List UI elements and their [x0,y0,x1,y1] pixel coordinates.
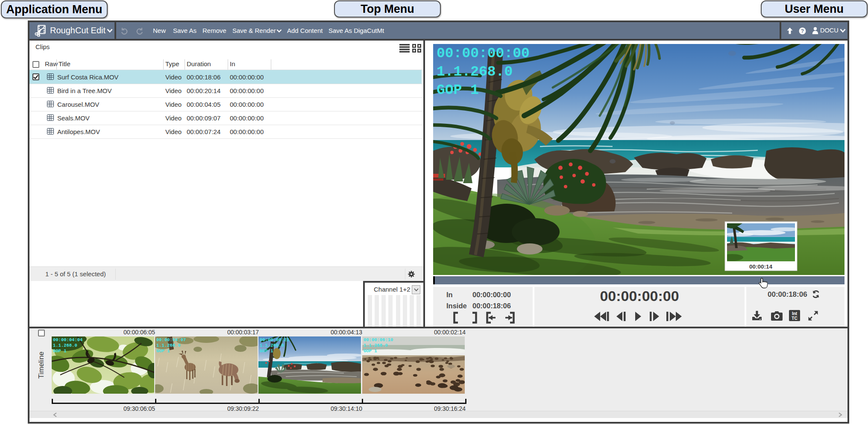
svg-text:00:00:14: 00:00:14 [749,263,773,270]
svg-text:1.1.268.0: 1.1.268.0 [364,343,388,348]
svg-text:00:00:04:04: 00:00:04:04 [53,337,82,342]
svg-text:Int: Int [792,311,798,316]
svg-text:00:00:04:07: 00:00:04:07 [156,337,186,342]
svg-text:00:00:00:21: 00:00:00:21 [260,337,289,342]
svg-text:GOP 1: GOP 1 [364,348,377,354]
svg-text:GOP 1: GOP 1 [437,82,479,98]
svg-text:GOP 1: GOP 1 [156,348,170,354]
svg-text:?: ? [801,28,804,34]
svg-text:1.1.268.0: 1.1.268.0 [53,343,77,348]
svg-text:GOP 1: GOP 1 [260,348,273,354]
svg-text:GOP 1: GOP 1 [53,348,67,354]
svg-text:1.1.268.0: 1.1.268.0 [437,64,513,80]
svg-text:00:00:06:10: 00:00:06:10 [364,337,393,342]
svg-text:00:00:00:00: 00:00:00:00 [437,46,530,61]
svg-text:1.1.268.0: 1.1.268.0 [260,343,284,348]
svg-text:1.1.268.0: 1.1.268.0 [156,343,181,348]
svg-text:TC: TC [792,316,797,321]
